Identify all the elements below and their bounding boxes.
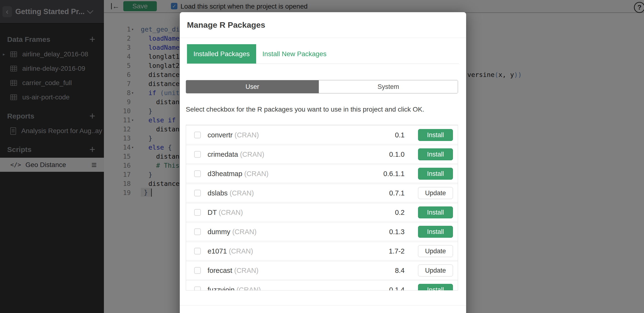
- dialog-header-divider: [180, 38, 466, 38]
- update-button[interactable]: Update: [418, 265, 453, 277]
- package-source: (CRAN): [234, 286, 261, 291]
- package-row-d3heatmap: d3heatmap (CRAN)0.6.1.1Install: [186, 164, 458, 183]
- package-row-crimedata: crimedata (CRAN)0.1.0Install: [186, 145, 458, 164]
- package-checkbox[interactable]: [194, 170, 201, 177]
- package-row-fuzzyjoin: fuzzyjoin (CRAN)0.1.4Install: [186, 281, 458, 291]
- package-checkbox[interactable]: [194, 190, 201, 196]
- package-version: 0.1.0: [389, 151, 405, 158]
- package-name: DT: [208, 209, 217, 216]
- install-button[interactable]: Install: [418, 206, 453, 218]
- package-name-group: dslabs (CRAN): [208, 189, 254, 197]
- instruction-text: Select checkbox for the R packages you w…: [186, 106, 424, 113]
- tab-installed-packages[interactable]: Installed Packages: [187, 44, 256, 64]
- package-list[interactable]: convertr (CRAN)0.1Installcrimedata (CRAN…: [186, 125, 458, 291]
- install-button[interactable]: Install: [418, 168, 453, 180]
- package-checkbox[interactable]: [194, 209, 201, 216]
- package-name-group: forecast (CRAN): [208, 267, 258, 275]
- dialog-footer-divider: [180, 305, 466, 306]
- package-name-group: DT (CRAN): [208, 209, 243, 216]
- package-source: (CRAN): [232, 267, 258, 274]
- package-version: 0.2: [395, 209, 404, 216]
- package-row-forecast: forecast (CRAN)8.4Update: [186, 261, 458, 280]
- package-source: (CRAN): [228, 189, 254, 197]
- update-button[interactable]: Update: [418, 245, 453, 257]
- dialog-title: Manage R Packages: [187, 20, 265, 30]
- package-name: forecast: [208, 267, 232, 274]
- package-name-group: fuzzyjoin (CRAN): [208, 286, 261, 291]
- install-button[interactable]: Install: [418, 284, 453, 291]
- package-name: dummy: [208, 228, 230, 236]
- package-source: (CRAN): [230, 228, 257, 236]
- scope-toggle: User System: [186, 80, 458, 93]
- package-version: 0.7.1: [389, 189, 405, 197]
- package-checkbox[interactable]: [194, 248, 201, 254]
- package-row-convertr: convertr (CRAN)0.1Install: [186, 126, 458, 144]
- package-checkbox[interactable]: [194, 287, 201, 291]
- package-row-e1071: e1071 (CRAN)1.7-2Update: [186, 242, 458, 260]
- package-name: d3heatmap: [208, 170, 242, 177]
- dialog-tabs: Installed Packages Install New Packages: [187, 44, 459, 64]
- tab-install-new-packages[interactable]: Install New Packages: [262, 44, 326, 64]
- package-version: 0.1: [395, 131, 404, 139]
- package-source: (CRAN): [238, 151, 264, 158]
- manage-r-packages-dialog: Manage R Packages Installed Packages Ins…: [180, 12, 466, 313]
- package-name-group: crimedata (CRAN): [208, 151, 264, 158]
- package-name-group: e1071 (CRAN): [208, 247, 253, 255]
- install-button[interactable]: Install: [418, 129, 453, 141]
- package-source: (CRAN): [217, 209, 243, 216]
- package-row-dummy: dummy (CRAN)0.1.3Install: [186, 222, 458, 241]
- package-source: (CRAN): [242, 170, 268, 177]
- scope-system-button[interactable]: System: [319, 80, 458, 93]
- package-version: 0.1.3: [389, 228, 405, 236]
- package-row-dslabs: dslabs (CRAN)0.7.1Update: [186, 184, 458, 202]
- package-name: dslabs: [208, 189, 228, 197]
- package-checkbox[interactable]: [194, 228, 201, 235]
- package-version: 0.1.4: [389, 286, 405, 291]
- package-row-dt: DT (CRAN)0.2Install: [186, 203, 458, 222]
- install-button[interactable]: Install: [418, 148, 453, 160]
- package-name: crimedata: [208, 151, 238, 158]
- package-version: 0.6.1.1: [383, 170, 404, 178]
- package-name-group: convertr (CRAN): [208, 131, 259, 139]
- package-name: fuzzyjoin: [208, 286, 234, 291]
- package-name: e1071: [208, 247, 227, 255]
- scope-user-button[interactable]: User: [186, 80, 319, 93]
- package-name-group: dummy (CRAN): [208, 228, 257, 236]
- package-checkbox[interactable]: [194, 132, 201, 138]
- package-version: 1.7-2: [389, 247, 404, 255]
- package-checkbox[interactable]: [194, 267, 201, 274]
- update-button[interactable]: Update: [418, 187, 453, 199]
- package-name-group: d3heatmap (CRAN): [208, 170, 268, 178]
- install-button[interactable]: Install: [418, 226, 453, 238]
- package-source: (CRAN): [233, 131, 259, 139]
- package-name: convertr: [208, 131, 233, 139]
- package-version: 8.4: [395, 267, 404, 275]
- package-checkbox[interactable]: [194, 151, 201, 158]
- package-source: (CRAN): [227, 247, 253, 255]
